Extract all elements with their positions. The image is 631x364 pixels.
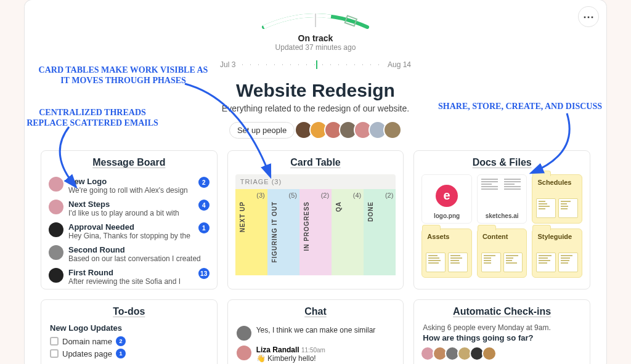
message-text: I'd like us to play around a bit with (68, 209, 193, 217)
count-badge: 1 (116, 349, 126, 358)
count-badge: 2 (116, 336, 126, 346)
column-label: FIGURING IT OUT (271, 201, 278, 262)
message-item[interactable]: Introductions (41, 288, 217, 289)
hill-chart[interactable] (30, 11, 601, 31)
avatar[interactable] (482, 346, 497, 361)
file-label: sketches.ai (481, 212, 523, 219)
message-title: Next Steps (68, 200, 193, 209)
status-title: On track (30, 33, 601, 43)
card-table-title[interactable]: Card Table (228, 151, 404, 174)
message-item[interactable]: Next StepsI'd like us to play around a b… (41, 197, 217, 220)
status-subtitle: Updated 37 minutes ago (30, 43, 601, 52)
message-text: Based on our last conversation I created (68, 254, 210, 263)
message-title: Approval Needed (68, 222, 193, 232)
timeline-end: Aug 14 (388, 60, 411, 69)
timeline-track (242, 64, 384, 65)
file-label: logo.png (426, 212, 468, 219)
panel-checkins[interactable]: Automatic Check-ins Asking 6 people ever… (413, 299, 590, 364)
panel-chat[interactable]: Chat Yes, I think we can make one simila… (227, 299, 404, 364)
timeline-marker[interactable] (316, 60, 317, 69)
column-count: (5) (288, 192, 296, 199)
file-item[interactable]: sketches.ai (477, 174, 527, 224)
message-text: Hey Gina, Thanks for stopping by the (68, 232, 193, 240)
chat-author: Liza Randall 11:50am (256, 346, 325, 354)
file-item[interactable]: elogo.png (421, 174, 472, 224)
message-item[interactable]: Second RoundBased on our last conversati… (41, 243, 217, 265)
folder-item[interactable]: Content (477, 229, 527, 278)
message-text: We're going to roll with Alex's design (68, 186, 193, 195)
unread-badge: 2 (198, 177, 210, 188)
column-label: DONE (367, 201, 374, 222)
message-board-title[interactable]: Message Board (41, 151, 217, 174)
avatar (49, 200, 63, 214)
panels-grid: Message Board New LogoWe're going to rol… (30, 150, 601, 364)
triage-label: TRIAGE (240, 178, 269, 185)
status-block: On track Updated 37 minutes ago (30, 33, 601, 52)
page-description: Everything related to the redesign of ou… (30, 103, 601, 113)
people-avatars[interactable] (298, 121, 402, 139)
chat-title[interactable]: Chat (228, 300, 404, 323)
column-count: (4) (353, 192, 361, 199)
setup-people-button[interactable]: Set up people (229, 122, 295, 139)
triage-count: (3) (272, 178, 282, 185)
ellipsis-icon: ⋯ (583, 10, 595, 23)
folder-label: Styleguide (537, 233, 572, 240)
chat-line: Yes, I think we can make one similar (228, 323, 404, 343)
message-title: Second Round (68, 245, 210, 254)
avatar (237, 326, 251, 341)
panel-docs-files[interactable]: Docs & Files elogo.pngsketches.aiSchedul… (413, 150, 590, 289)
todo-list: New Logo Updates Domain name2Updates pag… (41, 323, 217, 360)
card-column[interactable]: (2)IN PROGRESS (299, 189, 332, 275)
todo-item[interactable]: Updates page1 (50, 347, 208, 360)
people-row: Set up people (30, 121, 601, 139)
card-column[interactable]: (4)QA (332, 189, 364, 275)
column-count: (3) (256, 192, 264, 199)
chat-line: Liza Randall 11:50am👋 Kimberly hello! (228, 343, 404, 364)
options-button[interactable]: ⋯ (578, 6, 599, 27)
message-text: After reviewing the site Sofia and I (68, 277, 193, 286)
timeline-start: Jul 3 (220, 60, 235, 69)
checkins-title[interactable]: Automatic Check-ins (414, 300, 590, 323)
docs-files-grid: elogo.pngsketches.aiSchedulesAssetsConte… (414, 174, 590, 278)
avatar (237, 346, 251, 360)
todo-group-title[interactable]: New Logo Updates (50, 323, 208, 333)
column-count: (2) (385, 192, 393, 199)
folder-label: Assets (427, 233, 449, 240)
panel-message-board[interactable]: Message Board New LogoWe're going to rol… (41, 150, 218, 289)
message-title: First Round (68, 268, 193, 277)
checkbox[interactable] (50, 337, 59, 346)
unread-badge: 13 (198, 268, 210, 279)
folder-item[interactable]: Assets (421, 229, 472, 278)
page-title: Website Redesign (30, 80, 601, 101)
message-list: New LogoWe're going to roll with Alex's … (41, 174, 217, 289)
column-count: (2) (321, 192, 329, 199)
message-title: New Logo (68, 177, 193, 186)
checkbox[interactable] (50, 349, 59, 358)
checkins-question[interactable]: How are things going so far? (423, 333, 581, 342)
docs-files-title[interactable]: Docs & Files (414, 151, 590, 174)
folder-item[interactable]: Styleguide (532, 229, 582, 278)
chat-lines: Yes, I think we can make one similarLiza… (228, 323, 404, 364)
message-item[interactable]: Approval NeededHey Gina, Thanks for stop… (41, 220, 217, 243)
card-column[interactable]: (3)NEXT UP (235, 189, 267, 275)
chat-text: Yes, I think we can make one similar (256, 326, 376, 334)
avatar[interactable] (383, 121, 402, 139)
logo-icon: e (436, 185, 458, 207)
column-label: IN PROGRESS (303, 201, 310, 251)
todos-title[interactable]: To-dos (41, 300, 217, 323)
card-column[interactable]: (5)FIGURING IT OUT (267, 189, 299, 275)
avatar (49, 177, 63, 192)
message-item[interactable]: New LogoWe're going to roll with Alex's … (41, 174, 217, 197)
panel-card-table[interactable]: Card Table TRIAGE (3) (3)NEXT UP(5)FIGUR… (227, 150, 404, 289)
folder-label: Content (482, 233, 508, 240)
card-column[interactable]: (2)DONE (364, 189, 396, 275)
panel-todos[interactable]: To-dos New Logo Updates Domain name2Upda… (41, 299, 218, 364)
folder-item[interactable]: Schedules (532, 174, 582, 224)
checkins-avatars[interactable] (423, 346, 581, 361)
triage-row[interactable]: TRIAGE (3) (235, 174, 396, 189)
message-item[interactable]: First RoundAfter reviewing the site Sofi… (41, 265, 217, 288)
todo-item[interactable]: Domain name2 (50, 335, 208, 347)
avatar (49, 222, 63, 237)
column-label: QA (335, 201, 342, 212)
timeline[interactable]: Jul 3 Aug 14 (220, 58, 411, 71)
